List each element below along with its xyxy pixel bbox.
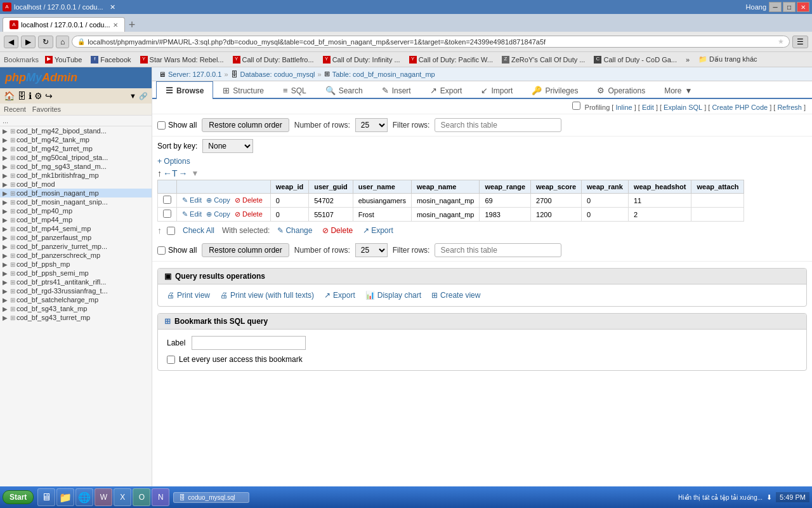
create-php-code-link[interactable]: Create PHP Code <box>712 104 768 111</box>
delete-action-btn[interactable]: ⊘ Delete <box>322 226 353 235</box>
home-btn[interactable]: ⌂ <box>56 36 69 48</box>
taskbar-item-1[interactable]: 🖥 <box>37 488 55 506</box>
sidebar-item-mp44semi[interactable]: ▶ ⊞ cod_bf_mp44_semi_mp <box>0 224 152 233</box>
sidebar-item-sg43turret[interactable]: ▶ ⊞ cod_bf_sg43_turret_mp <box>0 313 152 322</box>
filter-rows-input-bottom[interactable] <box>435 243 561 257</box>
tab-operations[interactable]: ⚙ Operations <box>587 81 655 99</box>
profiling-checkbox[interactable] <box>572 102 580 110</box>
sidebar-item-panzerfaust[interactable]: ▶ ⊞ cod_bf_panzerfaust_mp <box>0 233 152 242</box>
copy-row-btn-1[interactable]: ⊕ Copy <box>206 210 230 218</box>
bookmark-youtube[interactable]: ▶ YouTube <box>43 55 84 64</box>
nav-right-icon[interactable]: → <box>179 168 188 178</box>
sidebar-item-mg-sg43[interactable]: ▶ ⊞ cod_bf_mg_sg43_stand_m... <box>0 162 152 171</box>
taskbar-item-4[interactable]: W <box>95 488 112 506</box>
bookmark-zeroy[interactable]: Z ZeRoY's Call Of Duty ... <box>499 55 587 64</box>
explain-sql-link[interactable]: Explain SQL <box>664 104 702 111</box>
change-action-btn[interactable]: ✎ Change <box>277 226 312 235</box>
bookmark-codga[interactable]: C Call of Duty - CoD Ga... <box>591 55 679 64</box>
col-header-weap-range[interactable]: weap_range <box>480 180 531 194</box>
sidebar-item-mp40[interactable]: ▶ ⊞ cod_bf_mp40_mp <box>0 206 152 215</box>
sidebar-item-ppsh[interactable]: ▶ ⊞ cod_bf_ppsh_mp <box>0 260 152 269</box>
download-tray-link[interactable]: Hiển thị tất cả tệp tải xuống... <box>678 494 763 501</box>
col-header-weap-attach[interactable]: weap_attach <box>691 180 744 194</box>
show-all-checkbox-bottom[interactable] <box>157 246 166 255</box>
col-header-weap-rank[interactable]: weap_rank <box>582 180 629 194</box>
sidebar-item-panzerschreck[interactable]: ▶ ⊞ cod_bf_panzerschreck_mp <box>0 251 152 260</box>
taskbar-item-7[interactable]: N <box>152 488 169 506</box>
bookmark-folder[interactable]: 📁 Dấu trang khác <box>696 55 759 64</box>
display-chart-link[interactable]: 📊 Display chart <box>365 291 421 300</box>
minimize-btn[interactable]: ─ <box>769 2 782 12</box>
nav-up-icon[interactable]: ↑ <box>157 168 162 178</box>
taskbar-item-5[interactable]: X <box>114 488 131 506</box>
nav-left-icon[interactable]: ←T <box>163 168 178 178</box>
sidebar-item-mg42tank[interactable]: ▶ ⊞ cod_bf_mg42_tank_mp <box>0 135 152 144</box>
tab-more[interactable]: More ▼ <box>655 82 702 99</box>
sidebar-exit-icon[interactable]: ↪ <box>45 91 53 101</box>
bookmark-cod3[interactable]: Y Call of Duty: Pacific W... <box>407 55 495 64</box>
nav-up-arrow[interactable]: ↑ <box>157 225 162 236</box>
refresh-link[interactable]: Refresh <box>777 104 802 111</box>
edit-row-btn-1[interactable]: ✎ Edit <box>182 210 202 218</box>
col-header-weap-score[interactable]: weap_score <box>531 180 582 194</box>
col-header-weap-name[interactable]: weap_name <box>411 180 480 194</box>
restore-column-order-btn-top[interactable]: Restore column order <box>202 118 289 132</box>
sidebar-db-icon[interactable]: 🗄 <box>17 91 26 101</box>
tab-export[interactable]: ↗ Export <box>421 81 472 99</box>
bookmark-facebook[interactable]: f Facebook <box>88 55 133 64</box>
breadcrumb-database-link[interactable]: Database: coduo_mysql <box>240 70 315 78</box>
export-action-btn[interactable]: ↗ Export <box>363 226 393 235</box>
sidebar-item-mg50cal[interactable]: ▶ ⊞ cod_bf_mg50cal_tripod_sta... <box>0 153 152 162</box>
taskbar-item-2[interactable]: 📁 <box>56 488 74 506</box>
tab-privileges[interactable]: 🔑 Privileges <box>522 81 587 99</box>
sort-select[interactable]: None <box>202 139 253 153</box>
breadcrumb-table-link[interactable]: Table: cod_bf_mosin_nagant_mp <box>332 70 435 78</box>
col-header-user-name[interactable]: user_name <box>353 180 411 194</box>
check-all-link[interactable]: Check All <box>183 226 214 235</box>
taskbar-item-3[interactable]: 🌐 <box>75 488 93 506</box>
new-tab-btn[interactable]: + <box>129 18 136 32</box>
active-tab[interactable]: A localhost / 127.0.0.1 / codu... ✕ <box>3 17 125 32</box>
delete-row-btn-0[interactable]: ⊘ Delete <box>235 196 263 204</box>
tab-browse[interactable]: ☰ Browse <box>156 81 213 99</box>
sidebar-link-icon[interactable]: 🔗 <box>139 92 148 100</box>
sidebar-item-mosin-nagant-mp[interactable]: ▶ ⊞ cod_bf_mosin_nagant_mp <box>0 189 152 197</box>
sidebar-item-mosin-nagant-snip[interactable]: ▶ ⊞ cod_bf_mosin_nagant_snip... <box>0 197 152 206</box>
num-rows-select-bottom[interactable]: 25 50 100 <box>355 243 388 257</box>
sidebar-item-mg42bipod[interactable]: ▶ ⊞ cod_bf_mg42_bipod_stand... <box>0 126 152 135</box>
start-button[interactable]: Start <box>3 490 34 504</box>
maximize-btn[interactable]: □ <box>783 2 796 12</box>
every-user-checkbox[interactable] <box>167 356 175 364</box>
edit-row-btn-0[interactable]: ✎ Edit <box>182 196 202 204</box>
tab-search[interactable]: 🔍 Search <box>316 81 372 99</box>
sidebar-item-mp44[interactable]: ▶ ⊞ cod_bf_mp44_mp <box>0 215 152 224</box>
sidebar-settings-icon[interactable]: ⚙ <box>34 91 43 101</box>
sidebar-item-sg43tank[interactable]: ▶ ⊞ cod_bf_sg43_tank_mp <box>0 304 152 313</box>
edit-link[interactable]: Edit <box>642 104 654 111</box>
bookmark-more[interactable]: » <box>683 55 692 64</box>
sidebar-item-satchelcharge[interactable]: ▶ ⊞ cod_bf_satchelcharge_mp <box>0 295 152 304</box>
sidebar-item-mg42turret[interactable]: ▶ ⊞ cod_bf_mg42_turret_mp <box>0 144 152 153</box>
tab-structure[interactable]: ⊞ Structure <box>213 81 273 99</box>
tab-import[interactable]: ↙ Import <box>471 81 522 99</box>
options-link[interactable]: + Options <box>157 157 190 166</box>
check-all-checkbox[interactable] <box>167 227 175 235</box>
tab-close-icon[interactable]: ✕ <box>113 22 118 29</box>
address-bar[interactable]: 🔒 localhost/phpmyadmin/#PMAURL-3:sql.php… <box>72 36 790 48</box>
bookmark-starwars[interactable]: Y Star Wars Mod: Rebel... <box>138 55 226 64</box>
num-rows-select-top[interactable]: 25 50 100 <box>355 118 388 132</box>
delete-row-btn-1[interactable]: ⊘ Delete <box>235 210 263 218</box>
back-btn[interactable]: ◀ <box>4 36 18 48</box>
close-btn[interactable]: ✕ <box>797 2 809 12</box>
settings-btn[interactable]: ☰ <box>792 36 808 48</box>
reload-btn[interactable]: ↻ <box>38 36 53 48</box>
favorites-tab[interactable]: Favorites <box>32 105 61 113</box>
breadcrumb-server-link[interactable]: Server: 127.0.0.1 <box>168 70 221 78</box>
bookmark-cod2[interactable]: Y Call of Duty: Infinity ... <box>320 55 403 64</box>
col-header-weap-id[interactable]: weap_id <box>270 180 308 194</box>
copy-row-btn-0[interactable]: ⊕ Copy <box>206 196 230 204</box>
create-view-link[interactable]: ⊞ Create view <box>431 291 480 300</box>
close-tab-btn[interactable]: ✕ <box>110 3 115 11</box>
forward-btn[interactable]: ▶ <box>21 36 36 48</box>
taskbar-active-item[interactable]: 🗄 coduo_mysql.sql <box>173 492 249 503</box>
